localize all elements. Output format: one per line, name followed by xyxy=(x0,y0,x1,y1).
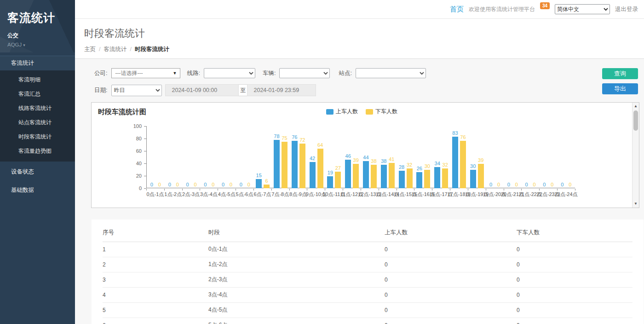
bar-boarding[interactable]: 19 xyxy=(327,176,333,188)
bar-value-label: 30 xyxy=(470,163,476,169)
bar-group: 3039 xyxy=(468,164,486,188)
main-area: 首页 欢迎使用客流统计管理平台 34 简体中文 退出登录 时段客流统计 主页/客… xyxy=(75,0,644,324)
welcome-text: 欢迎使用客流统计管理平台 xyxy=(469,6,535,13)
sidebar: 客流统计 公交 AQGJ▾ 客流统计客流明细客流汇总线路客流统计站点客流统计时段… xyxy=(0,0,75,324)
bar-alighting[interactable]: 32 xyxy=(407,168,413,188)
bar-boarding[interactable]: 30 xyxy=(470,170,476,189)
bar-boarding[interactable]: 76 xyxy=(292,141,298,188)
language-select[interactable]: 简体中文 xyxy=(555,4,610,14)
date-start-input[interactable]: 2024-01-09 00:00 xyxy=(165,84,239,96)
bar-value-label: 0 xyxy=(543,182,546,187)
bar-alighting[interactable]: 30 xyxy=(424,170,430,189)
page-header: 时段客流统计 主页/客流统计/时段客流统计 xyxy=(75,19,644,59)
bar-alighting[interactable]: 39 xyxy=(478,164,484,188)
bar-value-label: 42 xyxy=(310,156,315,161)
breadcrumb-home[interactable]: 主页 xyxy=(84,46,96,52)
bar-alighting[interactable]: 41 xyxy=(389,163,395,188)
station-select[interactable] xyxy=(356,68,426,78)
table-cell: 0 xyxy=(385,322,517,324)
bar-group: 4264 xyxy=(307,149,325,188)
logout-link[interactable]: 退出登录 xyxy=(615,6,638,13)
bar-alighting[interactable]: 72 xyxy=(299,144,305,188)
bar-value-label: 0 xyxy=(533,182,536,187)
bar-value-label: 32 xyxy=(407,162,412,168)
sidebar-item-客流汇总[interactable]: 客流汇总 xyxy=(0,87,75,101)
bar-boarding[interactable]: 46 xyxy=(345,160,351,188)
bar-value-label: 0 xyxy=(186,182,189,187)
bar-boarding[interactable]: 44 xyxy=(363,161,369,188)
sidebar-menu: 客流统计客流明细客流汇总线路客流统计站点客流统计时段客流统计客流量趋势图设备状态… xyxy=(0,56,75,198)
home-link[interactable]: 首页 xyxy=(450,5,464,14)
table-cell: 4点-5点 xyxy=(208,306,385,314)
breadcrumb-parent[interactable]: 客流统计 xyxy=(104,46,126,52)
org-name: 公交 xyxy=(7,32,68,40)
bar-boarding[interactable]: 26 xyxy=(416,172,422,188)
chart-scrollbar[interactable]: ▲ ▼ xyxy=(632,103,639,208)
scroll-up-icon[interactable]: ▲ xyxy=(632,103,639,110)
notification-badge[interactable]: 34 xyxy=(540,2,550,9)
x-axis-label: 6点-7点 xyxy=(253,191,271,198)
bar-alighting[interactable]: 64 xyxy=(317,149,323,188)
bar-boarding[interactable]: 28 xyxy=(399,171,405,188)
export-button[interactable]: 导出 xyxy=(602,83,638,94)
bar-value-label: 0 xyxy=(222,182,224,187)
table-cell: 1 xyxy=(103,246,208,253)
date-label: 日期: xyxy=(94,87,107,94)
bar-alighting[interactable]: 75 xyxy=(282,142,288,188)
bar-alighting[interactable]: 38 xyxy=(371,165,377,188)
sidebar-item-客流量趋势图[interactable]: 客流量趋势图 xyxy=(0,144,75,158)
caret-down-icon: ▼ xyxy=(173,71,177,75)
bar-boarding[interactable]: 78 xyxy=(274,140,280,188)
bar-boarding[interactable]: 34 xyxy=(434,167,440,188)
table-body: 10点-1点0021点-2点0032点-3点0043点-4点0054点-5点00… xyxy=(103,242,632,324)
vehicle-select[interactable] xyxy=(279,68,330,78)
bar-boarding[interactable]: 15 xyxy=(256,179,262,188)
query-button[interactable]: 查询 xyxy=(602,68,638,79)
sidebar-item-客流明细[interactable]: 客流明细 xyxy=(0,73,75,87)
sidebar-item-时段客流统计[interactable]: 时段客流统计 xyxy=(0,130,75,144)
bar-alighting[interactable]: 6 xyxy=(264,185,270,188)
bar-boarding[interactable]: 38 xyxy=(381,165,387,188)
bar-alighting[interactable]: 32 xyxy=(442,168,448,188)
table-cell: 6 xyxy=(103,322,208,324)
company-dropdown[interactable]: ---请选择--- ▼ xyxy=(111,68,180,78)
bar-alighting[interactable]: 76 xyxy=(460,141,466,188)
bar-value-label: 28 xyxy=(399,164,404,170)
date-preset-select[interactable]: 昨日 xyxy=(111,85,162,96)
sidebar-item-线路客流统计[interactable]: 线路客流统计 xyxy=(0,101,75,116)
bar-group: 7672 xyxy=(289,141,307,188)
chart-x-labels: 0点-1点1点-2点2点-3点3点-4点4点-5点5点-6点6点-7点7点-8点… xyxy=(146,191,575,198)
table-cell: 5 xyxy=(103,307,208,313)
bar-alighting[interactable]: 27 xyxy=(335,172,341,188)
bar-value-label: 46 xyxy=(345,153,351,159)
bar-value-label: 26 xyxy=(417,166,422,171)
x-axis-label-text: 1点-2点 xyxy=(164,191,182,198)
filter-row-1: 公司: ---请选择--- ▼ 线路: 车辆: 站点: xyxy=(94,68,644,78)
x-axis-label: 2点-3点 xyxy=(182,191,200,198)
table-cell: 4 xyxy=(103,292,208,298)
chart-bar-groups: 0000000000001567875767242641927463944383… xyxy=(147,126,575,188)
sidebar-section-客流统计[interactable]: 客流统计 xyxy=(0,56,75,70)
bar-group: 3841 xyxy=(379,163,397,188)
sidebar-item-站点客流统计[interactable]: 站点客流统计 xyxy=(0,116,75,130)
alighting-swatch-icon xyxy=(366,109,373,115)
bar-value-label: 0 xyxy=(176,182,179,187)
bar-value-label: 0 xyxy=(194,182,196,187)
scrollbar-thumb[interactable] xyxy=(633,110,638,131)
bar-boarding[interactable]: 42 xyxy=(310,162,316,188)
date-end-input[interactable]: 2024-01-09 23:59 xyxy=(247,84,316,96)
bar-group: 2832 xyxy=(397,168,414,188)
bar-value-label: 39 xyxy=(353,157,359,163)
vehicle-label: 车辆: xyxy=(263,69,276,77)
bar-alighting[interactable]: 39 xyxy=(353,164,359,188)
sidebar-section-基础数据[interactable]: 基础数据 xyxy=(0,182,75,198)
col-header-alighting: 下车人数 xyxy=(517,229,632,237)
sidebar-section-设备状态[interactable]: 设备状态 xyxy=(0,164,75,180)
scroll-down-icon[interactable]: ▼ xyxy=(632,201,639,207)
bar-group: 8376 xyxy=(450,137,468,188)
line-select[interactable] xyxy=(204,68,255,78)
bar-value-label: 30 xyxy=(425,163,430,169)
legend-alighting-label: 下车人数 xyxy=(375,108,397,116)
org-code-dropdown[interactable]: AQGJ▾ xyxy=(7,42,68,47)
bar-boarding[interactable]: 83 xyxy=(452,137,458,188)
